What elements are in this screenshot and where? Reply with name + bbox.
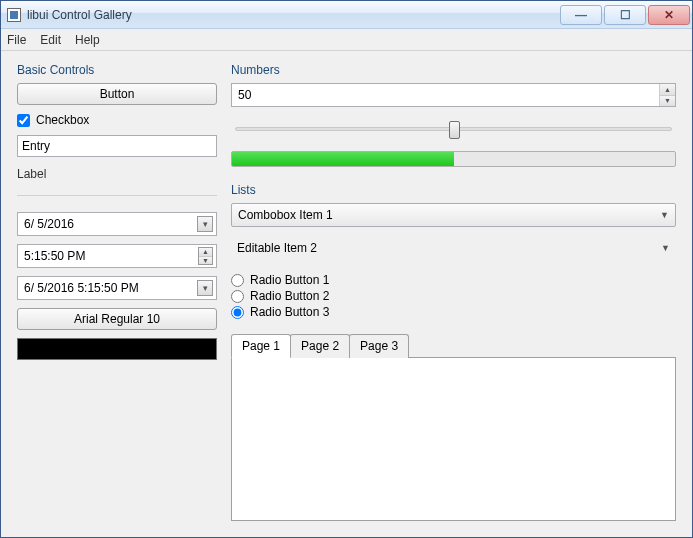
sample-checkbox[interactable] (17, 114, 30, 127)
tab-content (231, 358, 676, 521)
tab-page-1[interactable]: Page 1 (231, 334, 291, 358)
date-value: 6/ 5/2016 (24, 217, 74, 231)
radio-3[interactable] (231, 306, 244, 319)
time-value: 5:15:50 PM (24, 249, 85, 263)
tab-bar: Page 1 Page 2 Page 3 (231, 333, 676, 358)
color-button[interactable] (17, 338, 217, 360)
calendar-dropdown-icon[interactable]: ▾ (197, 280, 213, 296)
progress-fill (232, 152, 454, 166)
entry-input[interactable] (17, 135, 217, 157)
time-picker[interactable]: 5:15:50 PM ▲ ▼ (17, 244, 217, 268)
spin-down-icon[interactable]: ▼ (660, 96, 675, 107)
maximize-button[interactable]: ☐ (604, 5, 646, 25)
menu-edit[interactable]: Edit (40, 33, 61, 47)
app-icon (7, 8, 21, 22)
menubar: File Edit Help (1, 29, 692, 51)
font-button[interactable]: Arial Regular 10 (17, 308, 217, 330)
radio-1-label: Radio Button 1 (250, 273, 329, 287)
right-column: Numbers 50 ▲ ▼ Lists Combobox It (231, 63, 676, 521)
editable-combobox-value: Editable Item 2 (237, 241, 317, 255)
menu-help[interactable]: Help (75, 33, 100, 47)
close-icon: ✕ (664, 8, 674, 22)
titlebar[interactable]: libui Control Gallery — ☐ ✕ (1, 1, 692, 29)
slider-thumb[interactable] (449, 121, 460, 139)
date-picker[interactable]: 6/ 5/2016 ▾ (17, 212, 217, 236)
datetime-picker[interactable]: 6/ 5/2016 5:15:50 PM ▾ (17, 276, 217, 300)
radio-2-label: Radio Button 2 (250, 289, 329, 303)
spin-down-icon[interactable]: ▼ (199, 257, 212, 265)
maximize-icon: ☐ (620, 8, 631, 22)
combobox-value: Combobox Item 1 (238, 208, 333, 222)
separator (17, 195, 217, 196)
slider[interactable] (235, 127, 672, 131)
editable-combobox[interactable]: Editable Item 2 ▼ (231, 237, 676, 259)
basic-controls-heading: Basic Controls (17, 63, 217, 77)
combobox[interactable]: Combobox Item 1 ▼ (231, 203, 676, 227)
datetime-value: 6/ 5/2016 5:15:50 PM (24, 281, 139, 295)
progress-bar (231, 151, 676, 167)
minimize-button[interactable]: — (560, 5, 602, 25)
lists-heading: Lists (231, 183, 676, 197)
spin-up-icon[interactable]: ▲ (660, 84, 675, 96)
close-button[interactable]: ✕ (648, 5, 690, 25)
calendar-dropdown-icon[interactable]: ▾ (197, 216, 213, 232)
tab-page-2[interactable]: Page 2 (290, 334, 350, 358)
minimize-icon: — (575, 8, 587, 22)
spin-up-icon[interactable]: ▲ (199, 248, 212, 257)
numbers-heading: Numbers (231, 63, 676, 77)
radio-3-label: Radio Button 3 (250, 305, 329, 319)
window-title: libui Control Gallery (27, 8, 132, 22)
chevron-down-icon: ▼ (660, 210, 669, 220)
spinbox-value: 50 (238, 88, 251, 102)
chevron-down-icon: ▼ (661, 243, 670, 253)
spinbox[interactable]: 50 ▲ ▼ (231, 83, 676, 107)
tab-page-3[interactable]: Page 3 (349, 334, 409, 358)
sample-label: Label (17, 165, 217, 183)
radio-2[interactable] (231, 290, 244, 303)
content-area: Basic Controls Button Checkbox Label 6/ … (1, 51, 692, 537)
checkbox-label: Checkbox (36, 113, 89, 127)
radio-1[interactable] (231, 274, 244, 287)
sample-button[interactable]: Button (17, 83, 217, 105)
left-column: Basic Controls Button Checkbox Label 6/ … (17, 63, 217, 521)
menu-file[interactable]: File (7, 33, 26, 47)
main-window: libui Control Gallery — ☐ ✕ File Edit He… (0, 0, 693, 538)
